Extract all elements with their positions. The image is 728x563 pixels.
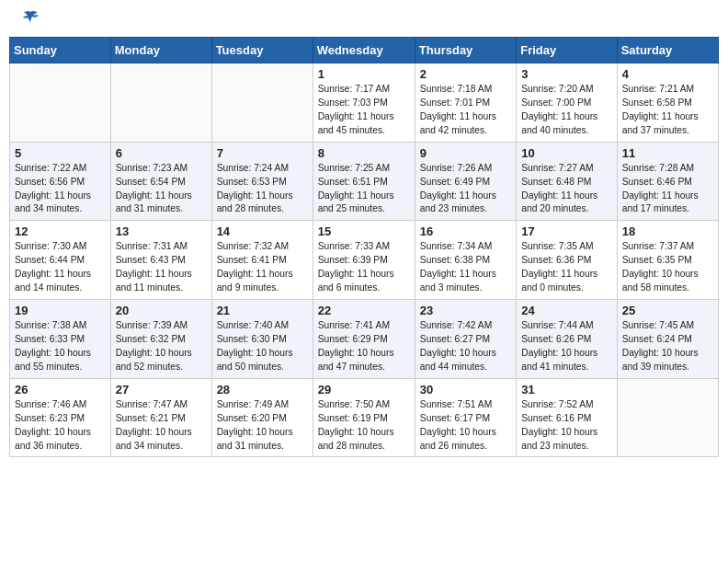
day-number: 28 [217, 383, 308, 396]
calendar-cell: 26Sunrise: 7:46 AM Sunset: 6:23 PM Dayli… [10, 378, 111, 457]
day-number: 16 [420, 224, 511, 238]
calendar-cell: 31Sunrise: 7:52 AM Sunset: 6:16 PM Dayli… [517, 378, 617, 457]
day-number: 15 [318, 224, 410, 238]
day-content: Sunrise: 7:38 AM Sunset: 6:33 PM Dayligh… [15, 319, 106, 374]
day-number: 6 [116, 146, 207, 160]
day-number: 29 [318, 383, 410, 396]
calendar-cell: 8Sunrise: 7:25 AM Sunset: 6:51 PM Daylig… [313, 142, 415, 221]
day-content: Sunrise: 7:22 AM Sunset: 6:56 PM Dayligh… [15, 162, 106, 217]
day-content: Sunrise: 7:21 AM Sunset: 6:58 PM Dayligh… [622, 83, 713, 138]
day-content: Sunrise: 7:28 AM Sunset: 6:46 PM Dayligh… [622, 162, 713, 217]
day-content: Sunrise: 7:26 AM Sunset: 6:49 PM Dayligh… [420, 162, 511, 217]
day-content: Sunrise: 7:30 AM Sunset: 6:44 PM Dayligh… [15, 240, 106, 295]
day-number: 18 [622, 224, 713, 238]
day-number: 24 [521, 304, 611, 317]
calendar-cell: 28Sunrise: 7:49 AM Sunset: 6:20 PM Dayli… [211, 378, 313, 457]
calendar-cell: 21Sunrise: 7:40 AM Sunset: 6:30 PM Dayli… [211, 300, 313, 379]
calendar-cell: 23Sunrise: 7:42 AM Sunset: 6:27 PM Dayli… [415, 300, 516, 379]
day-number: 26 [15, 383, 106, 396]
day-number: 1 [318, 67, 410, 81]
calendar-week-row: 12Sunrise: 7:30 AM Sunset: 6:44 PM Dayli… [10, 221, 719, 300]
day-number: 31 [521, 383, 611, 396]
calendar-cell: 17Sunrise: 7:35 AM Sunset: 6:36 PM Dayli… [517, 221, 617, 300]
day-content: Sunrise: 7:44 AM Sunset: 6:26 PM Dayligh… [521, 319, 611, 374]
day-number: 19 [15, 304, 106, 317]
logo [18, 14, 40, 23]
calendar-cell: 12Sunrise: 7:30 AM Sunset: 6:44 PM Dayli… [10, 221, 111, 300]
day-content: Sunrise: 7:25 AM Sunset: 6:51 PM Dayligh… [318, 162, 410, 217]
calendar-weekday-header: Wednesday [313, 38, 415, 63]
calendar-table: SundayMondayTuesdayWednesdayThursdayFrid… [9, 37, 719, 457]
day-number: 13 [116, 224, 207, 238]
day-number: 27 [116, 383, 207, 396]
calendar-cell: 15Sunrise: 7:33 AM Sunset: 6:39 PM Dayli… [313, 221, 415, 300]
logo-bird-icon [21, 10, 40, 27]
calendar-week-row: 19Sunrise: 7:38 AM Sunset: 6:33 PM Dayli… [10, 300, 719, 379]
calendar-cell: 9Sunrise: 7:26 AM Sunset: 6:49 PM Daylig… [415, 142, 516, 221]
calendar-cell: 16Sunrise: 7:34 AM Sunset: 6:38 PM Dayli… [415, 221, 516, 300]
day-content: Sunrise: 7:31 AM Sunset: 6:43 PM Dayligh… [116, 240, 207, 295]
calendar-cell: 2Sunrise: 7:18 AM Sunset: 7:01 PM Daylig… [415, 63, 516, 143]
day-content: Sunrise: 7:35 AM Sunset: 6:36 PM Dayligh… [521, 240, 611, 295]
day-content: Sunrise: 7:39 AM Sunset: 6:32 PM Dayligh… [116, 319, 207, 374]
day-number: 14 [217, 224, 308, 238]
calendar-cell: 11Sunrise: 7:28 AM Sunset: 6:46 PM Dayli… [617, 142, 718, 221]
day-number: 7 [217, 146, 308, 160]
day-number: 21 [217, 304, 308, 317]
calendar-cell: 10Sunrise: 7:27 AM Sunset: 6:48 PM Dayli… [517, 142, 617, 221]
day-content: Sunrise: 7:23 AM Sunset: 6:54 PM Dayligh… [116, 162, 207, 217]
calendar-weekday-header: Sunday [10, 38, 111, 63]
calendar-cell: 7Sunrise: 7:24 AM Sunset: 6:53 PM Daylig… [211, 142, 313, 221]
calendar-week-row: 26Sunrise: 7:46 AM Sunset: 6:23 PM Dayli… [10, 378, 719, 457]
day-content: Sunrise: 7:37 AM Sunset: 6:35 PM Dayligh… [622, 240, 713, 295]
day-number: 22 [318, 304, 410, 317]
day-number: 4 [622, 67, 713, 81]
day-content: Sunrise: 7:49 AM Sunset: 6:20 PM Dayligh… [217, 398, 308, 454]
calendar-cell [110, 63, 211, 143]
day-content: Sunrise: 7:47 AM Sunset: 6:21 PM Dayligh… [116, 398, 207, 454]
calendar-week-row: 1Sunrise: 7:17 AM Sunset: 7:03 PM Daylig… [10, 63, 719, 143]
day-number: 11 [622, 146, 713, 160]
calendar-weekday-header: Tuesday [211, 38, 313, 63]
calendar-cell: 4Sunrise: 7:21 AM Sunset: 6:58 PM Daylig… [617, 63, 718, 143]
calendar-cell: 29Sunrise: 7:50 AM Sunset: 6:19 PM Dayli… [313, 378, 415, 457]
calendar-weekday-header: Friday [517, 38, 617, 63]
day-number: 17 [521, 224, 611, 238]
calendar-weekday-header: Saturday [617, 38, 718, 63]
day-content: Sunrise: 7:33 AM Sunset: 6:39 PM Dayligh… [318, 240, 410, 295]
day-number: 8 [318, 146, 410, 160]
day-content: Sunrise: 7:32 AM Sunset: 6:41 PM Dayligh… [217, 240, 308, 295]
page-header [9, 9, 719, 28]
day-number: 3 [521, 67, 611, 81]
calendar-cell: 13Sunrise: 7:31 AM Sunset: 6:43 PM Dayli… [110, 221, 211, 300]
day-content: Sunrise: 7:52 AM Sunset: 6:16 PM Dayligh… [521, 398, 611, 454]
calendar-cell: 30Sunrise: 7:51 AM Sunset: 6:17 PM Dayli… [415, 378, 516, 457]
day-content: Sunrise: 7:24 AM Sunset: 6:53 PM Dayligh… [217, 162, 308, 217]
day-number: 5 [15, 146, 106, 160]
calendar-header-row: SundayMondayTuesdayWednesdayThursdayFrid… [10, 38, 719, 63]
calendar-cell: 18Sunrise: 7:37 AM Sunset: 6:35 PM Dayli… [617, 221, 718, 300]
day-content: Sunrise: 7:45 AM Sunset: 6:24 PM Dayligh… [622, 319, 713, 374]
day-number: 10 [521, 146, 611, 160]
day-number: 25 [622, 304, 713, 317]
calendar-weekday-header: Thursday [415, 38, 516, 63]
day-content: Sunrise: 7:27 AM Sunset: 6:48 PM Dayligh… [521, 162, 611, 217]
calendar-cell: 1Sunrise: 7:17 AM Sunset: 7:03 PM Daylig… [313, 63, 415, 143]
calendar-cell: 19Sunrise: 7:38 AM Sunset: 6:33 PM Dayli… [10, 300, 111, 379]
day-content: Sunrise: 7:18 AM Sunset: 7:01 PM Dayligh… [420, 83, 511, 138]
day-number: 30 [420, 383, 511, 396]
day-content: Sunrise: 7:41 AM Sunset: 6:29 PM Dayligh… [318, 319, 410, 374]
calendar-cell: 5Sunrise: 7:22 AM Sunset: 6:56 PM Daylig… [10, 142, 111, 221]
day-content: Sunrise: 7:42 AM Sunset: 6:27 PM Dayligh… [420, 319, 511, 374]
day-content: Sunrise: 7:17 AM Sunset: 7:03 PM Dayligh… [318, 83, 410, 138]
calendar-cell: 24Sunrise: 7:44 AM Sunset: 6:26 PM Dayli… [517, 300, 617, 379]
calendar-cell: 14Sunrise: 7:32 AM Sunset: 6:41 PM Dayli… [211, 221, 313, 300]
day-number: 23 [420, 304, 511, 317]
day-number: 9 [420, 146, 511, 160]
day-content: Sunrise: 7:20 AM Sunset: 7:00 PM Dayligh… [521, 83, 611, 138]
calendar-week-row: 5Sunrise: 7:22 AM Sunset: 6:56 PM Daylig… [10, 142, 719, 221]
calendar-cell [10, 63, 111, 143]
calendar-weekday-header: Monday [110, 38, 211, 63]
day-content: Sunrise: 7:50 AM Sunset: 6:19 PM Dayligh… [318, 398, 410, 454]
day-number: 20 [116, 304, 207, 317]
